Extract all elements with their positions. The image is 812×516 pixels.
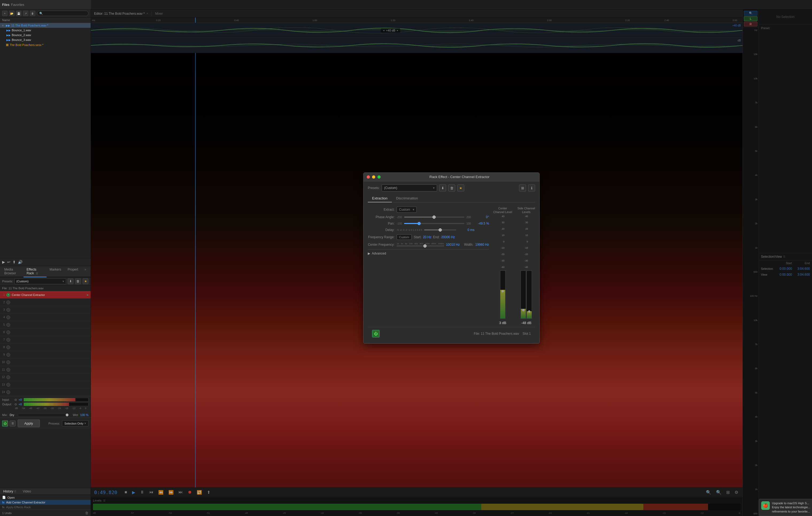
effect-slot-8[interactable]: 8 (0, 344, 91, 351)
slot-power-2[interactable] (6, 300, 10, 304)
side-db-readout: -48 dB (521, 321, 531, 325)
slot-power-7[interactable] (6, 338, 10, 342)
file-item-1[interactable]: ▶ ▶▶ 11 The Bold Poachers.wav * (0, 23, 91, 28)
clear-history-btn[interactable]: 🗑 (85, 511, 88, 515)
record-out-btn[interactable]: ⬆ (12, 260, 16, 264)
tab-markers[interactable]: Markers (47, 266, 64, 277)
file-item-5[interactable]: ▦ The Bold Poachers.sesx * (0, 42, 91, 47)
phase-angle-slider[interactable] (404, 217, 464, 218)
effect-slot-4[interactable]: 4 (0, 314, 91, 321)
output-meter (24, 402, 88, 406)
slot-power-5[interactable] (6, 323, 10, 327)
advanced-label: Advanced (372, 252, 386, 255)
mix-slider[interactable] (19, 415, 68, 415)
cf-slider[interactable] (397, 246, 444, 247)
process-dropdown[interactable]: Selection Only ▾ (62, 420, 88, 426)
history-open[interactable]: 📄 Open (0, 495, 91, 500)
slot-power-1[interactable]: ● (6, 293, 10, 297)
extract-dropdown[interactable]: Custom ▾ (397, 207, 417, 212)
slot-power-8[interactable] (6, 345, 10, 349)
dialog-power-btn[interactable]: ⏻ (372, 330, 380, 337)
tab-more[interactable]: » (81, 266, 90, 277)
maximize-btn[interactable] (377, 175, 381, 179)
mix-row: Mix: Dry Wet 100 % (0, 412, 91, 418)
effect-slot-5[interactable]: 5 (0, 321, 91, 328)
cf-knob[interactable] (424, 245, 427, 248)
slot-power-4[interactable] (6, 315, 10, 319)
io-section: Input: ⊙ +0 Output: ⊙ +0 dB (0, 396, 91, 412)
search-input[interactable]: 🔍 (37, 11, 88, 16)
effect-slot-2[interactable]: 2 (0, 298, 91, 306)
tab-video[interactable]: Video (20, 488, 34, 495)
save-btn[interactable]: 💾 (16, 11, 21, 16)
play-btn-left[interactable]: ▶ (2, 260, 5, 264)
power-btn-rack[interactable]: ⏻ (2, 421, 8, 426)
effect-slot-10[interactable]: 10 (0, 359, 91, 366)
presets-dropdown[interactable]: (Custom) ▾ (14, 278, 66, 284)
effect-slot-9[interactable]: 9 (0, 351, 91, 359)
speaker-btn[interactable]: 🔊 (18, 260, 23, 264)
effect-slot-13[interactable]: 13 (0, 381, 91, 389)
process-value: Selection Only (64, 422, 83, 425)
tab-effects-rack[interactable]: Effects Rack ☰ (24, 266, 47, 277)
dialog-tab-discrimination[interactable]: Discrimination (392, 195, 422, 202)
loop-btn[interactable]: ↩ (7, 260, 10, 264)
dialog-content: Extract: Custom ▾ Phase Angle: -200 (368, 207, 535, 324)
slot-power-6[interactable] (6, 331, 10, 334)
phase-knob[interactable] (432, 216, 436, 219)
advanced-toggle[interactable]: ▶ Advanced (368, 252, 489, 255)
center-meter (500, 270, 505, 319)
export-btn[interactable]: ↗ (23, 11, 28, 16)
favorite-preset-btn[interactable]: ★ (83, 278, 88, 284)
delete-preset-btn[interactable]: 🗑 (75, 278, 81, 284)
rack-menu-btn[interactable]: ☰ (10, 421, 16, 426)
effect-slot-6[interactable]: 6 (0, 328, 91, 336)
effect-slot-12[interactable]: 12 (0, 373, 91, 381)
file-item-2[interactable]: ▶▶ Bounce_1.wav (0, 28, 91, 33)
file-item-3[interactable]: ▶▶ Bounce_2.wav (0, 33, 91, 37)
mix-knob[interactable] (66, 413, 68, 416)
favorites-tab[interactable]: Favorites (11, 3, 24, 7)
slot-power-9[interactable] (6, 353, 10, 357)
history-add-effect[interactable]: fx Add Center Channel Extractor (0, 500, 91, 505)
save-preset-btn[interactable]: ⬇ (68, 278, 74, 284)
dialog-tab-extraction[interactable]: Extraction (368, 195, 392, 202)
file-item-4[interactable]: ▶▶ Bounce_3.wav (0, 37, 91, 42)
files-tab[interactable]: Files (2, 3, 9, 7)
dialog-info-btn[interactable]: ℹ (528, 184, 535, 192)
tab-media-browser[interactable]: Media Browser (1, 266, 24, 277)
delay-knob[interactable] (439, 228, 442, 232)
freq-range-dropdown[interactable]: Custom (397, 234, 412, 240)
close-btn[interactable] (367, 175, 370, 179)
apply-button[interactable]: Apply (18, 420, 40, 427)
dialog-delete-preset[interactable]: 🗑 (448, 184, 455, 192)
pan-min: -100 (397, 222, 402, 225)
slot-power-11[interactable] (6, 368, 10, 372)
dialog-favorite-preset[interactable]: ★ (457, 184, 464, 192)
input-knob-icon[interactable]: ⊙ (14, 398, 17, 402)
dialog-settings-btn[interactable]: ⊞ (519, 184, 526, 192)
slot-power-10[interactable] (6, 361, 10, 364)
delete-btn[interactable]: 🗑 (30, 11, 35, 16)
slot-power-14[interactable] (6, 390, 10, 394)
effect-slot-11[interactable]: 11 (0, 366, 91, 373)
tab-properties[interactable]: Propert (64, 266, 81, 277)
effect-slot-14[interactable]: 14 (0, 389, 91, 396)
output-knob-icon[interactable]: ⊙ (14, 403, 17, 406)
minimize-btn[interactable] (372, 175, 375, 179)
tab-history[interactable]: History ☰ (0, 488, 20, 495)
pan-knob[interactable] (417, 222, 421, 225)
effect-slot-7[interactable]: 7 (0, 336, 91, 344)
effect-slot-1[interactable]: 1 ● Center Channel Extractor ▶ (0, 291, 91, 298)
dialog-save-preset[interactable]: ⬇ (439, 184, 446, 192)
slot-power-3[interactable] (6, 308, 10, 312)
slot-power-12[interactable] (6, 375, 10, 379)
slot-power-13[interactable] (6, 383, 10, 386)
dialog-presets-dropdown[interactable]: (Custom) ▾ (382, 184, 437, 192)
delay-slider[interactable] (424, 229, 456, 230)
history-apply[interactable]: fx Apply Effects Rack (0, 505, 91, 510)
effect-slot-3[interactable]: 3 (0, 306, 91, 314)
open-btn[interactable]: 📂 (9, 11, 14, 16)
pan-slider[interactable] (404, 223, 464, 224)
new-file-btn[interactable]: + (2, 11, 7, 16)
